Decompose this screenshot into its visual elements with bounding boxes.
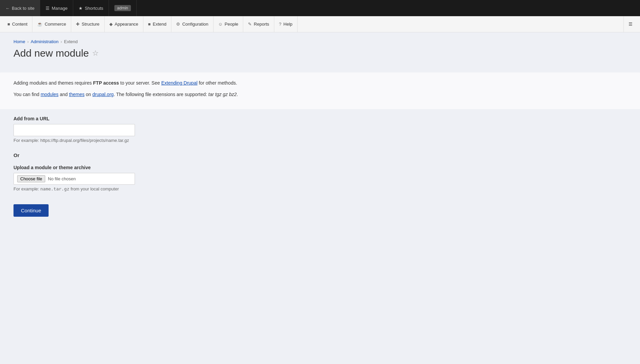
nav-label-appearance: Appearance — [115, 22, 138, 27]
star-nav-icon: ★ — [79, 6, 83, 11]
desc-ftp-bold: FTP access — [93, 80, 119, 86]
shortcuts-label: Shortcuts — [85, 6, 103, 11]
desc-find-before: You can find — [13, 92, 40, 97]
upload-section: Upload a module or theme archive Choose … — [13, 165, 627, 191]
structure-icon: ✚ — [76, 22, 80, 27]
desc-period: . — [237, 92, 238, 97]
nav-item-appearance[interactable]: ◆ Appearance — [105, 16, 143, 32]
nav-item-help[interactable]: ? Help — [274, 16, 298, 32]
desc-para-1: Adding modules and themes requires FTP a… — [13, 79, 627, 87]
appearance-icon: ◆ — [109, 22, 113, 27]
nav-label-help: Help — [283, 22, 293, 27]
description-area: Adding modules and themes requires FTP a… — [0, 72, 640, 109]
desc-ftp-after: to your server. See — [119, 80, 161, 86]
manage-link[interactable]: ☰ Manage — [40, 0, 73, 16]
nav-label-configuration: Configuration — [182, 22, 208, 27]
nav-item-configuration[interactable]: ⚙ Configuration — [171, 16, 213, 32]
content-icon: ■ — [7, 22, 10, 27]
reports-icon: ✎ — [248, 22, 252, 27]
nav-item-extend[interactable]: ■ Extend — [143, 16, 171, 32]
commerce-icon: ☕ — [37, 22, 43, 27]
no-file-text: No file chosen — [48, 176, 76, 181]
config-icon: ⚙ — [176, 22, 180, 27]
or-divider: Or — [13, 152, 627, 158]
sidebar-toggle-icon: ☰ — [629, 22, 633, 27]
upload-help-text: For example: name.tar.gz from your local… — [13, 186, 627, 191]
upload-label: Upload a module or theme archive — [13, 165, 627, 170]
nav-item-content[interactable]: ■ Content — [3, 16, 32, 32]
desc-extensions: tar tgz gz bz2 — [208, 92, 237, 97]
nav-item-reports[interactable]: ✎ Reports — [243, 16, 274, 32]
nav-item-people[interactable]: ☺ People — [214, 16, 244, 32]
nav-label-reports: Reports — [254, 22, 269, 27]
upload-example-rest: from your local computer — [69, 186, 119, 191]
bookmark-star-icon[interactable]: ☆ — [92, 49, 99, 58]
breadcrumb-home[interactable]: Home — [13, 39, 25, 44]
help-icon: ? — [279, 22, 281, 27]
breadcrumb-admin[interactable]: Administration — [31, 39, 58, 44]
page-title: Add new module ☆ — [13, 48, 627, 59]
back-to-site-label: Back to site — [12, 6, 34, 11]
upload-example-before: For example: — [13, 186, 40, 191]
user-link[interactable]: admin — [109, 0, 137, 16]
nav-label-commerce: Commerce — [45, 22, 66, 27]
breadcrumb-sep-1: › — [27, 39, 29, 44]
desc-para-2: You can find modules and themes on drupa… — [13, 91, 627, 98]
url-section: Add from a URL For example: https://ftp.… — [13, 116, 627, 143]
back-to-site-link[interactable]: ← Back to site — [0, 0, 40, 16]
drupal-org-link[interactable]: drupal.org — [92, 92, 114, 97]
file-upload-wrapper[interactable]: Choose file No file chosen — [13, 173, 135, 185]
page-background: Home › Administration › Extend Add new m… — [0, 32, 640, 364]
breadcrumb-current: Extend — [64, 39, 78, 44]
back-arrow-icon: ← — [5, 6, 10, 11]
url-label: Add from a URL — [13, 116, 627, 121]
page-title-text: Add new module — [13, 48, 89, 59]
upload-example-code: name.tar.gz — [40, 186, 69, 191]
breadcrumb-sep-2: › — [60, 39, 62, 44]
extend-icon: ■ — [148, 22, 151, 27]
url-help-text: For example: https://ftp.drupal.org/file… — [13, 138, 627, 143]
main-nav: ■ Content ☕ Commerce ✚ Structure ◆ Appea… — [0, 16, 640, 32]
nav-label-people: People — [225, 22, 238, 27]
nav-item-commerce[interactable]: ☕ Commerce — [32, 16, 71, 32]
nav-item-sidebar-toggle[interactable]: ☰ — [623, 16, 637, 32]
breadcrumb: Home › Administration › Extend — [13, 39, 627, 44]
continue-button[interactable]: Continue — [13, 204, 49, 217]
nav-label-content: Content — [12, 22, 28, 27]
username-badge: admin — [114, 5, 131, 11]
shortcuts-link[interactable]: ★ Shortcuts — [73, 0, 109, 16]
desc-on: on — [84, 92, 92, 97]
manage-label: Manage — [52, 6, 67, 11]
themes-link[interactable]: themes — [69, 92, 85, 97]
choose-file-button[interactable]: Choose file — [17, 175, 45, 182]
url-input[interactable] — [13, 124, 135, 136]
nav-label-structure: Structure — [82, 22, 100, 27]
modules-link[interactable]: modules — [40, 92, 58, 97]
people-icon: ☺ — [218, 22, 223, 27]
form-area: Add from a URL For example: https://ftp.… — [0, 116, 640, 217]
admin-toolbar: ← Back to site ☰ Manage ★ Shortcuts admi… — [0, 0, 640, 16]
desc-ext-end: . The following file extensions are supp… — [114, 92, 208, 97]
desc-ftp-end: for other methods. — [197, 80, 237, 86]
nav-item-structure[interactable]: ✚ Structure — [71, 16, 105, 32]
extending-drupal-link[interactable]: Extending Drupal — [161, 80, 197, 86]
page-header: Home › Administration › Extend Add new m… — [0, 32, 640, 72]
desc-ftp-before: Adding modules and themes requires — [13, 80, 93, 86]
desc-and: and — [58, 92, 69, 97]
nav-label-extend: Extend — [153, 22, 166, 27]
hamburger-icon: ☰ — [46, 6, 50, 11]
